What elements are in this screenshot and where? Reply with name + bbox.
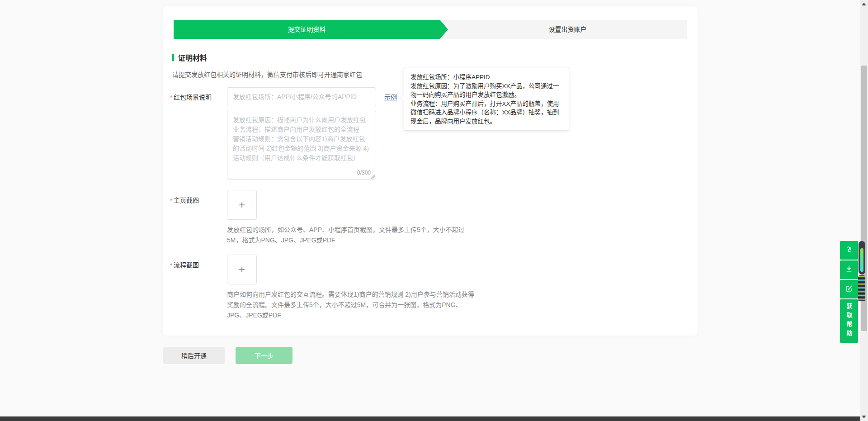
activate-later-button[interactable]: 稍后开通 [163,347,225,364]
next-step-button[interactable]: 下一步 [236,347,292,364]
step-set-funding-account: 设置出资账户 [448,20,687,39]
tooltip-arrow [401,95,407,102]
edit-icon [844,284,854,295]
side-help-widget: 获取帮助 [840,241,858,343]
home-screenshot-label-text: 主页截图 [174,197,199,204]
scrollbar-up-arrow[interactable] [862,3,866,5]
section-header: 证明材料 [172,52,207,63]
tooltip-line-flow: 业务流程：用户购买产品后，打开XX产品的瓶盖，使用微信扫码进入品牌小程序（名称：… [410,99,562,126]
step-submit-proof: 提交证明资料 [174,20,448,39]
form-card: 提交证明资料 设置出资账户 证明材料 请提交发放红包相关的证明材料，微信支付审核… [163,6,698,336]
home-screenshot-hint: 发放红包的场所，如公众号、APP、小程序首页截图。文件最多上传5个，大小不超过5… [227,225,471,246]
side-feedback-button[interactable] [840,280,858,298]
textarea-resize-handle[interactable] [371,174,375,179]
scrollbar-track[interactable] [860,0,868,421]
scene-description-textarea[interactable] [227,111,376,180]
page-root: { "steps": { "step1": "提交证明资料", "step2":… [0,0,868,421]
example-link[interactable]: 示例 [384,92,397,101]
side-download-button[interactable] [840,260,858,279]
scroll-overlay-striped-widget [858,275,865,301]
tooltip-line-place: 发放红包场所：小程序APPID [410,73,562,82]
scrollbar-down-arrow[interactable] [862,416,866,418]
scene-textarea-wrap: 0/300 [227,111,376,180]
example-tooltip: 发放红包场所：小程序APPID 发放红包原因：为了激励用户购买XX产品，公司通过… [404,68,569,131]
bottom-edge-bar [0,416,860,421]
download-icon [844,265,854,275]
scroll-overlay-gradient-widget [859,241,865,274]
plus-icon: + [239,264,245,275]
section-title: 证明材料 [178,52,207,63]
home-screenshot-upload-button[interactable]: + [227,190,257,220]
flow-screenshot-upload-button[interactable]: + [227,255,257,284]
plus-icon: + [239,199,245,210]
step-progress-bar: 提交证明资料 设置出资账户 [174,20,687,39]
required-asterisk: * [170,94,172,101]
flow-screenshot-hint: 商户如何向用户发红包的交互流程。需要体现1)商户的营销规则 2)用户参与营销活动… [227,289,478,321]
flow-screenshot-label-text: 流程截图 [174,261,199,269]
link-icon [844,245,854,256]
flow-screenshot-label: *流程截图 [170,260,199,269]
tooltip-line-reason: 发放红包原因：为了激励用户购买XX产品，公司通过一物一码向购买产品的用户发放红包… [410,82,562,99]
scene-field-label: *红包场景说明 [170,92,212,101]
required-asterisk: * [170,262,172,269]
side-link-button[interactable] [840,241,858,260]
required-asterisk: * [170,197,172,204]
get-help-button[interactable]: 获取帮助 [840,299,858,343]
section-accent-bar [172,54,174,61]
scene-label-text: 红包场景说明 [174,94,212,101]
section-description: 请提交发放红包相关的证明材料，微信支付审核后即可开通商家红包 [172,70,362,79]
char-counter: 0/300 [357,170,371,176]
scene-appid-input[interactable] [227,87,376,106]
gradient-bar [860,248,863,272]
home-screenshot-label: *主页截图 [170,195,199,204]
